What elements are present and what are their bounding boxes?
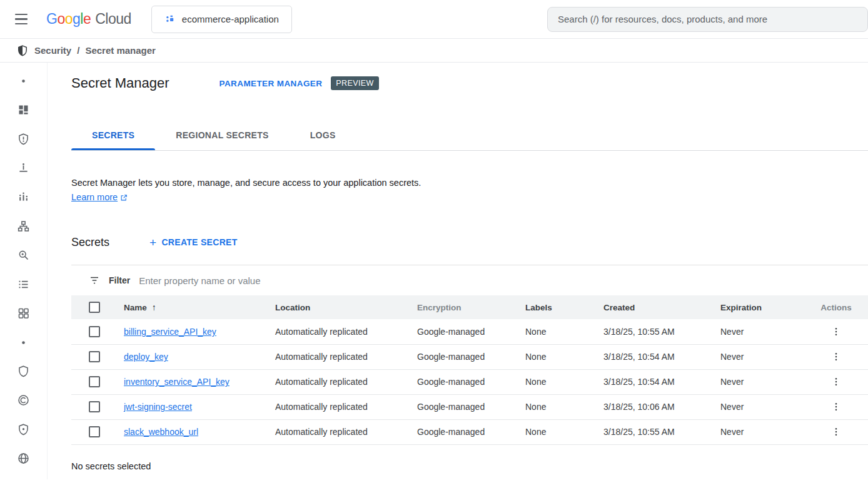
table-row: inventory_service_API_keyAutomatically r…: [71, 369, 868, 394]
project-selector[interactable]: ecommerce-application: [151, 6, 292, 33]
menu-icon[interactable]: [6, 4, 36, 34]
google-cloud-logo: Google Cloud: [46, 11, 131, 28]
secrets-table-card: Filter Name↑ Location Encryp: [71, 265, 868, 445]
row-checkbox[interactable]: [89, 326, 100, 337]
main-content: Secret Manager PARAMETER MANAGER PREVIEW…: [48, 63, 868, 479]
dashboard-icon[interactable]: [11, 101, 36, 118]
location-cell: Automatically replicated: [275, 352, 368, 362]
learn-more-link[interactable]: Learn more: [71, 190, 128, 205]
location-cell: Automatically replicated: [275, 327, 368, 337]
created-cell: 3/18/25, 10:54 AM: [603, 352, 675, 362]
filter-input[interactable]: [139, 275, 868, 286]
shield-dot-icon[interactable]: [11, 421, 36, 437]
encryption-cell: Google-managed: [417, 327, 485, 337]
list-icon[interactable]: [11, 276, 36, 292]
created-cell: 3/18/25, 10:54 AM: [603, 377, 675, 387]
secret-name-link[interactable]: jwt-signing-secret: [124, 402, 192, 412]
search-gear-icon[interactable]: [11, 247, 36, 263]
created-cell: 3/18/25, 10:06 AM: [603, 402, 675, 412]
breadcrumb-separator: /: [77, 45, 79, 56]
tab-secrets[interactable]: SECRETS: [71, 120, 155, 150]
tab-logs[interactable]: LOGS: [290, 120, 356, 150]
secret-name-link[interactable]: billing_service_API_key: [124, 327, 216, 337]
column-header-actions: Actions: [804, 295, 868, 319]
location-cell: Automatically replicated: [275, 427, 368, 437]
hierarchy-icon[interactable]: [11, 218, 36, 234]
secrets-table-body: billing_service_API_keyAutomatically rep…: [71, 319, 868, 444]
project-icon: [164, 14, 176, 25]
column-header-labels: Labels: [517, 295, 595, 319]
plus-icon: +: [149, 237, 156, 248]
column-header-location: Location: [266, 295, 408, 319]
globe-icon[interactable]: [11, 450, 36, 466]
tab-regional-secrets[interactable]: REGIONAL SECRETS: [155, 120, 289, 150]
encryption-cell: Google-managed: [417, 427, 485, 437]
page-title: Secret Manager: [71, 75, 169, 91]
labels-cell: None: [525, 352, 546, 362]
selection-status: No secrets selected: [71, 461, 868, 471]
filter-bar: Filter: [71, 265, 868, 295]
labels-cell: None: [525, 427, 546, 437]
row-actions-menu-icon[interactable]: [825, 400, 847, 414]
row-checkbox[interactable]: [89, 426, 100, 437]
created-cell: 3/18/25, 10:55 AM: [603, 327, 675, 337]
breadcrumb: Security / Secret manager: [0, 39, 868, 63]
tab-bar: SECRETS REGIONAL SECRETS LOGS: [71, 120, 868, 151]
search-input[interactable]: [558, 14, 857, 24]
expiration-cell: Never: [720, 427, 744, 437]
column-header-expiration: Expiration: [712, 295, 804, 319]
secrets-heading: Secrets: [71, 236, 109, 249]
select-all-checkbox[interactable]: [89, 302, 100, 313]
row-actions-menu-icon[interactable]: [825, 325, 847, 339]
breadcrumb-security[interactable]: Security: [34, 45, 71, 56]
table-row: slack_webhook_urlAutomatically replicate…: [71, 419, 868, 444]
table-row: billing_service_API_keyAutomatically rep…: [71, 319, 868, 344]
labels-cell: None: [525, 327, 546, 337]
expiration-cell: Never: [720, 327, 744, 337]
create-secret-button[interactable]: + CREATE SECRET: [149, 237, 238, 248]
table-row: jwt-signing-secretAutomatically replicat…: [71, 394, 868, 419]
top-bar: Google Cloud ecommerce-application: [0, 0, 868, 39]
expiration-cell: Never: [720, 377, 744, 387]
location-cell: Automatically replicated: [275, 402, 368, 412]
row-actions-menu-icon[interactable]: [825, 350, 847, 364]
labels-cell: None: [525, 402, 546, 412]
filter-label: Filter: [109, 275, 130, 285]
compliance-icon[interactable]: [11, 392, 36, 409]
shield-alert-icon[interactable]: [11, 131, 36, 147]
breadcrumb-page: Secret manager: [85, 45, 156, 56]
apps-grid-icon[interactable]: [11, 305, 36, 321]
row-checkbox[interactable]: [89, 351, 100, 362]
shield-icon[interactable]: [11, 363, 36, 379]
dot-icon[interactable]: [11, 73, 36, 89]
filter-icon: [89, 275, 100, 286]
row-actions-menu-icon[interactable]: [825, 375, 847, 389]
parameter-manager-link[interactable]: PARAMETER MANAGER: [220, 79, 323, 88]
labels-cell: None: [525, 377, 546, 387]
description-text: Secret Manager lets you store, manage, a…: [71, 176, 868, 190]
encryption-cell: Google-managed: [417, 352, 485, 362]
expiration-cell: Never: [720, 402, 744, 412]
secret-name-link[interactable]: inventory_service_API_key: [124, 377, 230, 387]
row-actions-menu-icon[interactable]: [825, 425, 847, 439]
encryption-cell: Google-managed: [417, 377, 485, 387]
table-header-row: Name↑ Location Encryption Labels Created…: [71, 295, 868, 319]
secrets-table: Name↑ Location Encryption Labels Created…: [71, 295, 868, 445]
column-header-name[interactable]: Name↑: [115, 295, 266, 319]
table-row: deploy_keyAutomatically replicatedGoogle…: [71, 344, 868, 369]
preview-badge: PREVIEW: [331, 76, 378, 90]
row-checkbox[interactable]: [89, 401, 100, 412]
location-cell: Automatically replicated: [275, 377, 368, 387]
created-cell: 3/18/25, 10:55 AM: [603, 427, 675, 437]
column-header-encryption: Encryption: [408, 295, 517, 319]
external-link-icon: [120, 193, 128, 202]
chart-icon[interactable]: [11, 189, 36, 205]
secret-name-link[interactable]: slack_webhook_url: [124, 427, 198, 437]
description-block: Secret Manager lets you store, manage, a…: [71, 176, 868, 205]
secret-name-link[interactable]: deploy_key: [124, 352, 168, 362]
google-logo-word: Google: [46, 11, 91, 28]
sink-icon[interactable]: [11, 160, 36, 176]
dot-icon[interactable]: [11, 334, 36, 350]
expiration-cell: Never: [720, 352, 744, 362]
row-checkbox[interactable]: [89, 376, 100, 387]
